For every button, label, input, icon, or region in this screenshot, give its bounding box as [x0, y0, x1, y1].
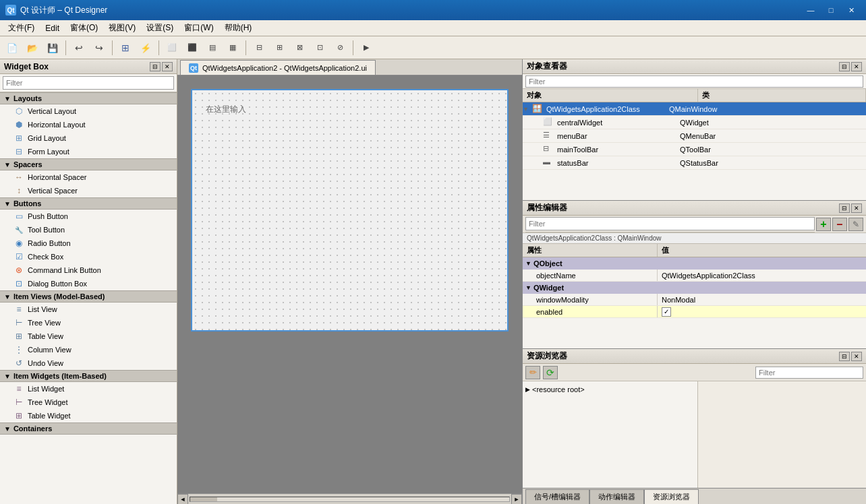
tab-action-editor[interactable]: 动作编辑器	[589, 489, 644, 504]
vertical-spacer-icon	[13, 185, 24, 196]
tb-undo-button[interactable]: ↩	[69, 39, 88, 57]
tb-layout-v-button[interactable]: ⊞	[270, 39, 289, 57]
list-item[interactable]: Form Layout	[0, 145, 177, 158]
object-inspector-title: 对象查看器	[527, 61, 567, 72]
tab-signal-slot-editor[interactable]: 信号/槽编辑器	[525, 489, 589, 504]
prop-edit-button[interactable]	[848, 218, 863, 231]
table-row[interactable]: ▼ QtWidgetsApplication2Class QMainWindow	[523, 102, 866, 116]
table-row[interactable]: menuBar QMenuBar	[523, 129, 866, 143]
canvas-scroll-area[interactable]: 在这里输入	[177, 75, 522, 493]
design-canvas[interactable]: 在这里输入	[191, 89, 509, 332]
prop-add-button[interactable]	[816, 218, 831, 231]
list-item[interactable]: Horizontal Spacer	[0, 170, 177, 184]
list-item[interactable]: Tree Widget	[0, 396, 177, 409]
list-item[interactable]: Table View	[0, 329, 177, 343]
widget-box-float-button[interactable]: ⊟	[150, 62, 161, 71]
wb-section-item-widgets[interactable]: ▼ Item Widgets (Item-Based)	[0, 370, 177, 382]
resource-root-item[interactable]: ▶ <resource root>	[525, 384, 695, 395]
widget-box-filter-input[interactable]	[3, 76, 174, 90]
hscroll-track[interactable]	[190, 497, 510, 502]
list-item[interactable]: List View	[0, 303, 177, 316]
column-view-label: Column View	[28, 346, 71, 354]
list-item[interactable]: Column View	[0, 343, 177, 356]
list-item[interactable]: Tool Button	[0, 223, 177, 237]
close-button[interactable]: ✕	[842, 3, 861, 18]
list-item[interactable]: Push Button	[0, 210, 177, 223]
menu-file[interactable]: 文件(F)	[3, 21, 40, 35]
canvas-tab[interactable]: Qt QtWidgetsApplication2 - QtWidgetsAppl…	[180, 60, 376, 75]
menu-view[interactable]: 视图(V)	[103, 21, 141, 35]
tb-break-layout-button[interactable]: ⊘	[330, 39, 349, 57]
resource-edit-button[interactable]: ✏	[525, 366, 540, 379]
minus-icon	[837, 218, 843, 230]
resource-reload-button[interactable]: ⟳	[543, 366, 558, 379]
prop-remove-button[interactable]	[832, 218, 847, 231]
list-item[interactable]: Vertical Spacer	[0, 184, 177, 197]
wb-section-layouts[interactable]: ▼ Layouts	[0, 92, 177, 104]
table-row[interactable]: objectName QtWidgetsApplication2Class	[523, 270, 866, 282]
table-row[interactable]: mainToolBar QToolBar	[523, 143, 866, 156]
object-inspector-close-button[interactable]: ✕	[851, 62, 862, 71]
list-item[interactable]: Dialog Button Box	[0, 277, 177, 290]
wb-section-buttons[interactable]: ▼ Buttons	[0, 197, 177, 210]
qobject-section-header[interactable]: ▼ QObject	[523, 257, 866, 270]
tb-signal-mode-button[interactable]	[136, 39, 155, 57]
list-item[interactable]: Vertical Layout	[0, 104, 177, 118]
minimize-button[interactable]: —	[801, 3, 820, 18]
maximize-button[interactable]: □	[821, 3, 840, 18]
resource-browser-close-button[interactable]: ✕	[851, 352, 862, 361]
list-item[interactable]: Check Box	[0, 250, 177, 263]
object-inspector-panel: 对象查看器 ⊟ ✕ 对象 类 ▼ QtWidgetsApp	[523, 59, 866, 201]
list-item[interactable]: Undo View	[0, 356, 177, 370]
list-item[interactable]: Grid Layout	[0, 131, 177, 145]
menu-settings[interactable]: 设置(S)	[141, 21, 179, 35]
tb-layout-h-button[interactable]: ⊟	[250, 39, 268, 57]
tb-align-right-button[interactable]: ⬛	[183, 39, 202, 57]
object-inspector-filter-input[interactable]	[525, 75, 863, 88]
tb-widget-mode-button[interactable]	[116, 39, 135, 57]
enabled-checkbox[interactable]	[662, 307, 671, 317]
list-item[interactable]: List Widget	[0, 382, 177, 396]
tb-save-button[interactable]	[43, 39, 62, 57]
tb-layout-grid-button[interactable]: ⊠	[290, 39, 309, 57]
tb-layout-form-button[interactable]: ⊡	[310, 39, 329, 57]
list-item[interactable]: Table Widget	[0, 409, 177, 422]
bottom-tab-bar: 信号/槽编辑器 动作编辑器 资源浏览器	[523, 488, 866, 504]
hscroll-right-button[interactable]: ►	[511, 494, 522, 505]
hscroll-left-button[interactable]: ◄	[177, 494, 188, 505]
menu-form[interactable]: 窗体(O)	[65, 21, 103, 35]
property-editor-float-button[interactable]: ⊟	[839, 203, 850, 213]
object-inspector-float-button[interactable]: ⊟	[839, 62, 850, 71]
tab-resource-browser[interactable]: 资源浏览器	[644, 489, 699, 504]
widget-box-close-button[interactable]: ✕	[162, 62, 173, 71]
tb-align-top-button[interactable]: ▤	[203, 39, 222, 57]
canvas-horizontal-scrollbar[interactable]: ◄ ►	[177, 493, 522, 504]
list-item[interactable]: Command Link Button	[0, 263, 177, 277]
table-row[interactable]: centralWidget QWidget	[523, 116, 866, 129]
property-editor-close-button[interactable]: ✕	[851, 203, 862, 213]
menu-window[interactable]: 窗口(W)	[179, 21, 219, 35]
hscroll-thumb[interactable]	[190, 497, 217, 501]
list-item[interactable]: Tree View	[0, 316, 177, 329]
tb-align-bottom-button[interactable]: ▦	[223, 39, 242, 57]
tb-open-button[interactable]	[23, 39, 42, 57]
tb-align-left-button[interactable]: ⬜	[163, 39, 181, 57]
property-filter-input[interactable]	[525, 217, 815, 230]
menu-help[interactable]: 帮助(H)	[219, 21, 258, 35]
list-item[interactable]: Radio Button	[0, 237, 177, 250]
wb-section-containers[interactable]: ▼ Containers	[0, 422, 177, 435]
table-row[interactable]: enabled	[523, 306, 866, 318]
tb-new-button[interactable]	[3, 39, 22, 57]
wb-section-spacers[interactable]: ▼ Spacers	[0, 158, 177, 170]
resource-browser-float-button[interactable]: ⊟	[839, 352, 850, 361]
table-row[interactable]: windowModality NonModal	[523, 294, 866, 306]
table-row[interactable]: statusBar QStatusBar	[523, 156, 866, 170]
menu-edit[interactable]: Edit	[40, 22, 65, 34]
list-item[interactable]: Horizontal Layout	[0, 118, 177, 131]
tb-redo-button[interactable]: ↪	[90, 39, 109, 57]
wb-section-item-views[interactable]: ▼ Item Views (Model-Based)	[0, 290, 177, 303]
tb-preview-button[interactable]: ▶	[357, 39, 376, 57]
expand-icon[interactable]: ▼	[523, 106, 532, 113]
qwidget-section-header[interactable]: ▼ QWidget	[523, 282, 866, 294]
resource-filter-input[interactable]	[755, 367, 863, 379]
